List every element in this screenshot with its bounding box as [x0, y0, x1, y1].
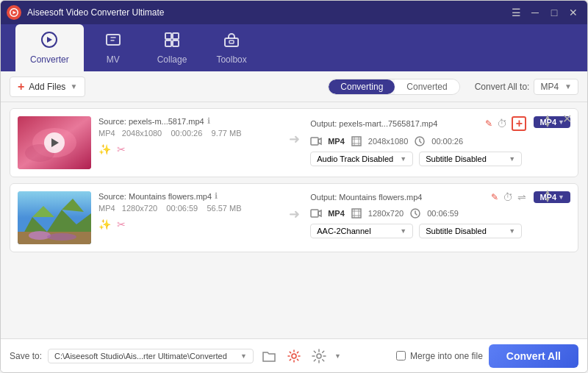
- main-window: Aiseesoft Video Converter Ultimate ☰ ─ □…: [0, 0, 588, 373]
- tab-collage[interactable]: Collage: [143, 24, 202, 71]
- down-arrow-1[interactable]: ▼: [544, 121, 551, 129]
- thumbnail-2: [18, 191, 91, 244]
- svg-rect-7: [225, 38, 238, 46]
- plus-icon: +: [18, 80, 24, 93]
- mode-toggle: Converting Converted: [328, 79, 459, 95]
- output-format-2: MP4: [328, 209, 345, 218]
- tab-toolbox[interactable]: Toolbox: [201, 24, 261, 71]
- audio-track-dropdown-1[interactable]: Audio Track Disabled ▼: [310, 152, 413, 166]
- minimize-button[interactable]: ─: [527, 4, 543, 21]
- output-dropdowns-2: AAC-2Channel ▼ Subtitle Disabled ▼: [310, 224, 526, 238]
- converter-icon: [41, 32, 57, 51]
- output-resolution-2: 1280x720: [368, 209, 404, 218]
- up-down-arrows-2: ▲ ▼: [544, 188, 551, 204]
- file-card-2: Source: Mountains flowers.mp4 ℹ MP4 1280…: [10, 183, 578, 252]
- clock-icon-2: [409, 207, 421, 219]
- svg-rect-4: [173, 33, 179, 39]
- audio-track-value-2: AAC-2Channel: [317, 227, 370, 235]
- close-card-1[interactable]: ✕: [562, 113, 572, 125]
- down-arrow-2[interactable]: ▼: [544, 196, 551, 204]
- edit-output-icon-2[interactable]: ✎: [491, 192, 498, 202]
- file-size-1: 9.77 MB: [212, 129, 242, 138]
- file-meta-2: MP4 1280x720 00:06:59 56.57 MB: [98, 204, 279, 213]
- file-resolution-2: 1280x720: [122, 204, 157, 213]
- output-meta-1: MP4 2048x1080 00:00:26: [310, 135, 526, 147]
- file-format-2: MP4: [98, 204, 115, 213]
- split-output-icon-2[interactable]: ⇌: [517, 191, 526, 203]
- file-list: Source: pexels-m...5817.mp4 ℹ MP4 2048x1…: [1, 102, 587, 338]
- output-section-2: Output: Mountains flowers.mp4 ✎ ⏱ ⇌ MP4 …: [310, 191, 526, 238]
- info-output-icon-2[interactable]: ⏱: [503, 191, 513, 203]
- svg-point-20: [47, 233, 76, 241]
- output-header-1: Output: pexels-mart...7565817.mp4 ✎ ⏱ +: [310, 116, 526, 131]
- svg-rect-8: [229, 40, 234, 43]
- file-duration-1: 00:00:26: [171, 129, 202, 138]
- source-label-2: Source: Mountains flowers.mp4 ℹ: [98, 191, 279, 201]
- tab-mv-label: MV: [107, 54, 120, 65]
- resolution-icon-1: [351, 135, 362, 147]
- title-bar: Aiseesoft Video Converter Ultimate ☰ ─ □…: [1, 1, 587, 24]
- svg-rect-5: [165, 40, 171, 46]
- output-duration-1: 00:00:26: [431, 137, 463, 146]
- converted-tab[interactable]: Converted: [395, 79, 459, 94]
- file-card-1: Source: pexels-m...5817.mp4 ℹ MP4 2048x1…: [10, 108, 578, 177]
- convert-all-to-section: Convert All to: MP4 ▼: [475, 79, 578, 95]
- file-resolution-1: 2048x1080: [122, 129, 162, 138]
- add-output-icon-1[interactable]: +: [512, 116, 526, 131]
- svg-rect-6: [173, 40, 179, 46]
- merge-checkbox-input[interactable]: [396, 351, 406, 360]
- format-badge-2[interactable]: MP4 ▼: [534, 191, 570, 203]
- tab-converter-label: Converter: [30, 54, 69, 65]
- svg-rect-12: [311, 138, 318, 145]
- format-selector[interactable]: MP4 ▼: [534, 79, 578, 95]
- merge-checkbox[interactable]: Merge into one file: [396, 351, 483, 361]
- save-path-selector[interactable]: C:\Aiseesoft Studio\Ais...rter Ultimate\…: [48, 349, 254, 363]
- maximize-button[interactable]: □: [546, 4, 562, 21]
- effects-icon-1[interactable]: ✨: [98, 143, 111, 155]
- bottom-icons: ▼: [259, 347, 341, 366]
- badge-arrow-icon-2: ▼: [558, 193, 564, 201]
- dropdown-arrow-icon: ▼: [70, 82, 77, 90]
- svg-rect-2: [107, 35, 120, 45]
- up-arrow-1[interactable]: ▲: [544, 113, 551, 121]
- up-arrow-2[interactable]: ▲: [544, 188, 551, 196]
- trim-icon-1[interactable]: ✂: [117, 143, 126, 155]
- open-folder-icon[interactable]: [259, 347, 279, 366]
- tab-mv[interactable]: MV: [84, 24, 143, 71]
- info-output-icon-1[interactable]: ⏱: [497, 118, 507, 129]
- save-to-label: Save to:: [10, 351, 42, 361]
- file-size-2: 56.57 MB: [207, 204, 241, 213]
- save-path-arrow-icon: ▼: [240, 352, 247, 360]
- file-format-1: MP4: [98, 129, 115, 138]
- menu-icon[interactable]: ☰: [508, 4, 524, 21]
- svg-point-19: [29, 231, 51, 240]
- info-icon-2[interactable]: ℹ: [215, 191, 218, 201]
- trim-icon-2[interactable]: ✂: [117, 219, 126, 230]
- gear-icon[interactable]: [309, 347, 329, 366]
- svg-rect-21: [311, 210, 318, 217]
- add-files-button[interactable]: + Add Files ▼: [10, 77, 85, 97]
- subtitle-dropdown-arrow-icon-1: ▼: [509, 155, 515, 163]
- output-section-1: Output: pexels-mart...7565817.mp4 ✎ ⏱ + …: [310, 116, 526, 166]
- save-path-value: C:\Aiseesoft Studio\Ais...rter Ultimate\…: [54, 352, 227, 360]
- collage-icon: [164, 32, 180, 51]
- subtitle-dropdown-1[interactable]: Subtitle Disabled ▼: [419, 152, 522, 166]
- file-actions-1: ✨ ✂: [98, 143, 279, 155]
- subtitle-dropdown-arrow-icon-2: ▼: [509, 227, 515, 235]
- tab-toolbox-label: Toolbox: [216, 54, 246, 65]
- subtitle-dropdown-2[interactable]: Subtitle Disabled ▼: [419, 224, 522, 238]
- add-files-label: Add Files: [29, 82, 65, 92]
- converting-tab[interactable]: Converting: [329, 79, 395, 94]
- effects-icon-2[interactable]: ✨: [98, 219, 111, 230]
- play-button-1[interactable]: [44, 132, 65, 153]
- settings-icon[interactable]: [284, 347, 304, 366]
- merge-label: Merge into one file: [410, 351, 483, 361]
- tab-converter[interactable]: Converter: [15, 24, 84, 71]
- convert-all-button[interactable]: Convert All: [489, 344, 578, 368]
- edit-output-icon-1[interactable]: ✎: [485, 118, 492, 129]
- close-button[interactable]: ✕: [565, 4, 581, 21]
- audio-track-dropdown-2[interactable]: AAC-2Channel ▼: [310, 224, 413, 238]
- svg-point-24: [317, 354, 321, 358]
- file-info-2: Source: Mountains flowers.mp4 ℹ MP4 1280…: [98, 191, 279, 230]
- info-icon-1[interactable]: ℹ: [207, 116, 210, 126]
